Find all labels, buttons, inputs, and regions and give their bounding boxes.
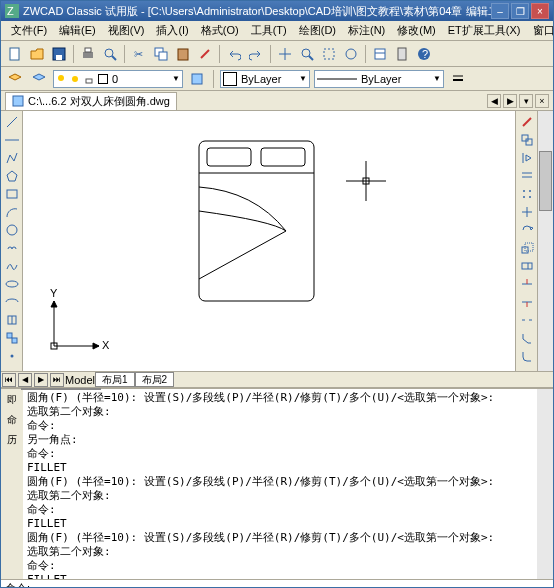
cmd-side-1[interactable]: 即: [3, 391, 21, 409]
help-icon[interactable]: ?: [414, 44, 434, 64]
stretch-tool-icon[interactable]: [518, 257, 536, 274]
tab-prev[interactable]: ◀: [18, 373, 32, 387]
menu-file[interactable]: 文件(F): [5, 21, 53, 40]
rectangle-tool-icon[interactable]: [3, 185, 21, 202]
save-icon[interactable]: [49, 44, 69, 64]
offset-tool-icon[interactable]: [518, 167, 536, 184]
minimize-button[interactable]: –: [491, 3, 509, 19]
preview-icon[interactable]: [100, 44, 120, 64]
color-swatch-icon: [223, 72, 237, 86]
array-tool-icon[interactable]: [518, 185, 536, 202]
document-tab[interactable]: C:\...6.2 对双人床倒圆角.dwg: [5, 92, 177, 110]
command-input[interactable]: [30, 582, 549, 588]
layer-selector[interactable]: 0 ▼: [53, 70, 183, 88]
trim-tool-icon[interactable]: [518, 275, 536, 292]
circle-tool-icon[interactable]: [3, 221, 21, 238]
print-icon[interactable]: [78, 44, 98, 64]
layer-prev-icon[interactable]: [29, 69, 49, 89]
pline-tool-icon[interactable]: [3, 149, 21, 166]
break-tool-icon[interactable]: [518, 311, 536, 328]
menu-format[interactable]: 格式(O): [195, 21, 245, 40]
svg-point-40: [10, 354, 13, 357]
polygon-tool-icon[interactable]: [3, 167, 21, 184]
match-icon[interactable]: [195, 44, 215, 64]
copy-tool-icon[interactable]: [518, 131, 536, 148]
tab-next[interactable]: ▶: [34, 373, 48, 387]
svg-rect-17: [375, 49, 385, 59]
line-tool-icon[interactable]: [3, 113, 21, 130]
mirror-tool-icon[interactable]: [518, 149, 536, 166]
cmd-side-2[interactable]: 命: [3, 411, 21, 429]
linetype-selector[interactable]: ByLayer ▼: [314, 70, 444, 88]
arc-tool-icon[interactable]: [3, 203, 21, 220]
pan-icon[interactable]: [275, 44, 295, 64]
close-button[interactable]: ×: [531, 3, 549, 19]
menu-draw[interactable]: 绘图(D): [293, 21, 342, 40]
revcloud-tool-icon[interactable]: [3, 239, 21, 256]
menu-edit[interactable]: 编辑(E): [53, 21, 102, 40]
block-tool-icon[interactable]: [3, 329, 21, 346]
layout2-tab[interactable]: 布局2: [135, 372, 175, 387]
tab-nav-left[interactable]: ◀: [487, 94, 501, 108]
erase-tool-icon[interactable]: [518, 113, 536, 130]
calc-icon[interactable]: [392, 44, 412, 64]
tab-first[interactable]: ⏮: [2, 373, 16, 387]
axis-x-label: X: [102, 339, 110, 351]
new-icon[interactable]: [5, 44, 25, 64]
paste-icon[interactable]: [173, 44, 193, 64]
fillet-tool-icon[interactable]: [518, 347, 536, 364]
maximize-button[interactable]: ❐: [511, 3, 529, 19]
zoom-icon[interactable]: [297, 44, 317, 64]
cmd-side-3[interactable]: 历: [3, 431, 21, 449]
svg-point-35: [6, 281, 18, 287]
cut-icon[interactable]: ✂: [129, 44, 149, 64]
properties-icon[interactable]: [370, 44, 390, 64]
ellipse-tool-icon[interactable]: [3, 275, 21, 292]
menu-view[interactable]: 视图(V): [102, 21, 151, 40]
menu-insert[interactable]: 插入(I): [150, 21, 194, 40]
layout1-tab[interactable]: 布局1: [95, 372, 135, 387]
chamfer-tool-icon[interactable]: [518, 329, 536, 346]
menu-dimension[interactable]: 标注(N): [342, 21, 391, 40]
menu-modify[interactable]: 修改(M): [391, 21, 442, 40]
rotate-tool-icon[interactable]: [518, 221, 536, 238]
point-tool-icon[interactable]: [3, 347, 21, 364]
extend-tool-icon[interactable]: [518, 293, 536, 310]
svg-point-53: [523, 190, 525, 192]
insert-tool-icon[interactable]: [3, 311, 21, 328]
move-tool-icon[interactable]: [518, 203, 536, 220]
zoom-prev-icon[interactable]: [341, 44, 361, 64]
svg-marker-32: [7, 171, 17, 181]
svg-point-56: [529, 196, 531, 198]
model-tab[interactable]: Model: [65, 374, 95, 386]
menubar: 文件(F) 编辑(E) 视图(V) 插入(I) 格式(O) 工具(T) 绘图(D…: [1, 21, 553, 41]
command-history[interactable]: 圆角(F) (半径=10): 设置(S)/多段线(P)/半径(R)/修剪(T)/…: [23, 389, 537, 579]
command-side-buttons: 即 命 历: [1, 389, 23, 579]
color-selector[interactable]: ByLayer ▼: [220, 70, 310, 88]
drawing-canvas[interactable]: YouTube X Y: [23, 111, 515, 371]
tab-last[interactable]: ⏭: [50, 373, 64, 387]
menu-tools[interactable]: 工具(T): [245, 21, 293, 40]
xline-tool-icon[interactable]: [3, 131, 21, 148]
scale-tool-icon[interactable]: [518, 239, 536, 256]
lineweight-icon[interactable]: [448, 69, 468, 89]
tab-close[interactable]: ×: [535, 94, 549, 108]
svg-rect-39: [12, 338, 17, 343]
tab-menu[interactable]: ▾: [519, 94, 533, 108]
svg-rect-59: [522, 263, 532, 269]
menu-window[interactable]: 窗口(W): [527, 21, 554, 40]
redo-icon[interactable]: [246, 44, 266, 64]
undo-icon[interactable]: [224, 44, 244, 64]
layer-states-icon[interactable]: [187, 69, 207, 89]
vertical-scrollbar[interactable]: [537, 111, 553, 371]
spline-tool-icon[interactable]: [3, 257, 21, 274]
copy-icon[interactable]: [151, 44, 171, 64]
svg-point-23: [72, 76, 78, 82]
command-scrollbar[interactable]: [537, 389, 553, 579]
layer-manager-icon[interactable]: [5, 69, 25, 89]
tab-nav-right[interactable]: ▶: [503, 94, 517, 108]
menu-et[interactable]: ET扩展工具(X): [442, 21, 527, 40]
zoom-window-icon[interactable]: [319, 44, 339, 64]
open-icon[interactable]: [27, 44, 47, 64]
ellipse-arc-tool-icon[interactable]: [3, 293, 21, 310]
